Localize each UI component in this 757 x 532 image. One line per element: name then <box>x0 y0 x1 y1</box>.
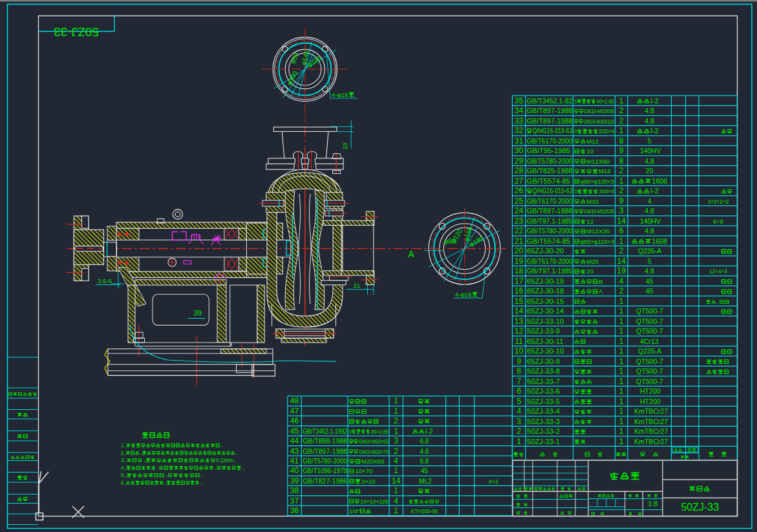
svg-text:φ65×φ110×3: φ65×φ110×3 <box>581 238 614 245</box>
svg-text:35: 35 <box>515 96 524 105</box>
svg-text:20: 20 <box>515 246 524 255</box>
svg-text:GB/T97.1-1985: GB/T97.1-1985 <box>527 217 573 225</box>
svg-text:1: 1 <box>619 326 624 335</box>
svg-text:GM20-M20×55: GM20-M20×55 <box>359 438 389 445</box>
svg-text:140HV: 140HV <box>640 147 661 154</box>
svg-text:1: 1 <box>619 96 624 105</box>
svg-text:10×70: 10×70 <box>355 467 372 474</box>
svg-text:M20X65: M20X65 <box>361 458 385 465</box>
svg-text:1608: 1608 <box>652 177 668 185</box>
svg-text:2: 2 <box>517 427 521 436</box>
svg-text:1: 1 <box>619 297 624 306</box>
svg-text:27: 27 <box>515 176 524 186</box>
svg-text:1:8: 1:8 <box>648 500 657 507</box>
svg-text:1: 1 <box>394 396 398 405</box>
svg-text:1: 1 <box>121 442 124 449</box>
svg-text:45: 45 <box>290 427 299 436</box>
svg-text:GB/T6170-2000: GB/T6170-2000 <box>527 257 573 265</box>
svg-text:45: 45 <box>646 277 654 285</box>
svg-text:,: , <box>717 299 718 305</box>
svg-text:GB/T5574-85: GB/T5574-85 <box>527 237 570 245</box>
svg-text:23: 23 <box>515 217 524 226</box>
svg-text:65ZJ-30-11: 65ZJ-30-11 <box>527 337 563 345</box>
svg-text:ML2: ML2 <box>419 478 432 485</box>
svg-text:45×2.65: 45×2.65 <box>371 428 389 435</box>
svg-text:KmTBCr27: KmTBCr27 <box>634 438 668 445</box>
svg-text:QT500-7: QT500-7 <box>636 317 663 325</box>
svg-text:5: 5 <box>121 472 124 478</box>
svg-text:37: 37 <box>290 496 299 505</box>
svg-text:44: 44 <box>290 436 299 445</box>
svg-text:1: 1 <box>394 486 398 495</box>
svg-text:A: A <box>408 249 414 259</box>
svg-text:M16: M16 <box>599 167 611 175</box>
svg-text:5: 5 <box>648 137 652 145</box>
svg-text:8: 8 <box>619 156 624 165</box>
svg-text:20: 20 <box>646 167 654 175</box>
svg-text:39: 39 <box>290 476 299 485</box>
svg-text:KmTBCr27: KmTBCr27 <box>634 418 668 425</box>
svg-text:6+8: 6+8 <box>713 218 723 225</box>
svg-text:8: 8 <box>517 367 521 376</box>
svg-text:1: 1 <box>619 317 624 326</box>
svg-text:50ZJ-33-2: 50ZJ-33-2 <box>527 427 560 435</box>
svg-text:KmTBCr27: KmTBCr27 <box>634 427 668 435</box>
svg-text:4: 4 <box>648 197 652 205</box>
svg-text:2: 2 <box>121 450 123 456</box>
svg-text:GB/T6170-2000: GB/T6170-2000 <box>527 197 573 205</box>
svg-text:QT500-7: QT500-7 <box>636 367 663 375</box>
svg-text:QT500-7: QT500-7 <box>636 378 663 385</box>
svg-text:Q/HG16-019-63: Q/HG16-019-63 <box>533 127 573 134</box>
svg-text:1: 1 <box>619 126 624 135</box>
svg-text:1: 1 <box>619 237 624 246</box>
svg-text:I-2: I-2 <box>425 428 433 435</box>
svg-text:26: 26 <box>515 186 524 195</box>
svg-text:1: 1 <box>619 306 624 315</box>
svg-text:2: 2 <box>619 186 624 195</box>
svg-text:9: 9 <box>619 146 624 155</box>
svg-text:2: 2 <box>394 416 398 425</box>
svg-text:50ZJ-33-9: 50ZJ-33-9 <box>527 327 560 335</box>
svg-text:3: 3 <box>619 206 624 215</box>
svg-text:GB/T1096-1979: GB/T1096-1979 <box>303 467 347 474</box>
svg-text:65ZJ-30-15: 65ZJ-30-15 <box>527 297 564 305</box>
svg-text:1: 1 <box>619 417 624 426</box>
svg-text:19: 19 <box>515 257 524 266</box>
svg-text:GB/T5780-2000: GB/T5780-2000 <box>527 227 573 235</box>
svg-text:18: 18 <box>515 266 524 275</box>
svg-text:40×2.65: 40×2.65 <box>596 98 614 105</box>
svg-text:4: 4 <box>394 456 398 465</box>
svg-text:65ZJ-30-9: 65ZJ-30-9 <box>527 357 560 365</box>
svg-text:1: 1 <box>619 387 624 396</box>
svg-text:4-φ18: 4-φ18 <box>332 91 348 98</box>
svg-text:6: 6 <box>619 226 624 235</box>
svg-text:38: 38 <box>290 486 299 495</box>
svg-text:4: 4 <box>121 465 124 471</box>
svg-text:14: 14 <box>617 217 626 226</box>
svg-text:1: 1 <box>394 407 398 416</box>
svg-text:3×10: 3×10 <box>361 478 376 485</box>
svg-text:KTH300-06: KTH300-06 <box>411 509 438 515</box>
svg-text:6.8: 6.8 <box>420 458 429 465</box>
svg-text:29: 29 <box>515 156 524 165</box>
svg-text:GB/T3452.1-1992: GB/T3452.1-1992 <box>303 427 347 435</box>
svg-text:21: 21 <box>515 237 524 246</box>
svg-text:1: 1 <box>394 506 398 515</box>
svg-text:65ZJ-30-18: 65ZJ-30-18 <box>527 287 564 295</box>
svg-text:GB/T95-1985: GB/T95-1985 <box>527 147 570 154</box>
svg-text:4: 4 <box>619 277 624 286</box>
svg-text:50ZJ-33-1: 50ZJ-33-1 <box>527 438 560 445</box>
svg-text:GB/T897-1988: GB/T897-1988 <box>527 207 573 215</box>
svg-text:17: 17 <box>515 277 524 286</box>
svg-text:GB/T5780-2000: GB/T5780-2000 <box>527 157 573 165</box>
svg-text:QT500-7: QT500-7 <box>636 327 663 335</box>
svg-text:4.8: 4.8 <box>645 207 654 215</box>
svg-text:GM10-M10×70: GM10-M10×70 <box>359 448 389 455</box>
svg-text:65ZJ-30-19: 65ZJ-30-19 <box>527 277 564 285</box>
svg-text:O: O <box>575 127 578 134</box>
svg-text:2: 2 <box>619 286 624 295</box>
svg-text:B: B <box>599 278 602 285</box>
svg-text:12+4+3: 12+4+3 <box>709 269 727 275</box>
svg-text:47: 47 <box>290 407 299 416</box>
svg-text:48: 48 <box>290 396 299 405</box>
